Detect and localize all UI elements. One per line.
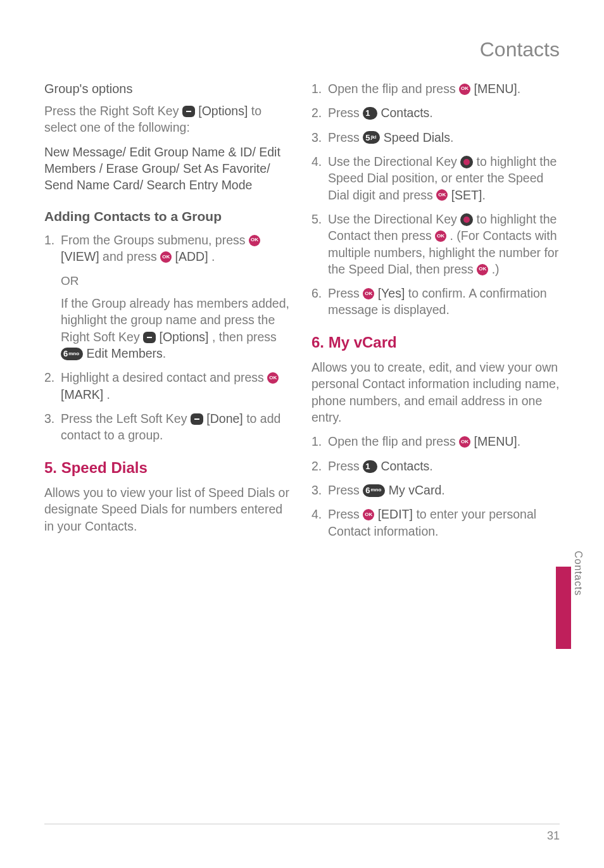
page-footer: 31 <box>44 824 560 843</box>
ok-key-icon <box>459 436 470 448</box>
step-body: Press 6mno My vCard. <box>328 482 560 498</box>
key-6-icon: 6mno <box>61 348 83 360</box>
my-vcard-heading: 6. My vCard <box>311 332 560 353</box>
text: Edit Members <box>87 346 163 360</box>
text: . <box>429 106 432 120</box>
step-body: Press [Yes] to confirm. A confirmation m… <box>328 285 560 318</box>
edit-label: [EDIT] <box>378 507 413 521</box>
step-1: 1. From the Groups submenu, press [VIEW]… <box>44 232 293 265</box>
step-number: 2. <box>44 369 61 403</box>
step-body: Press the Left Soft Key [Done] to add co… <box>61 410 293 444</box>
step-number: 4. <box>311 153 328 203</box>
text: Press <box>328 459 363 473</box>
group-options-heading: Group's options <box>44 80 293 97</box>
key-digit: 6 <box>365 485 370 496</box>
step-body: Open the flip and press [MENU]. <box>328 433 560 450</box>
step-number: 2. <box>311 458 328 474</box>
side-tab-label: Contacts <box>572 551 584 596</box>
step-6: 6. Press [Yes] to confirm. A confirmatio… <box>311 285 560 318</box>
key-1-icon: 1 <box>363 460 377 473</box>
ok-key-icon <box>363 288 374 299</box>
adding-steps: 1. From the Groups submenu, press [VIEW]… <box>44 232 293 265</box>
text: Press <box>328 286 363 300</box>
key-1-icon: 1 <box>363 107 377 120</box>
step-number: 4. <box>311 506 328 539</box>
text: Contacts <box>381 106 429 120</box>
adding-contacts-heading: Adding Contacts to a Group <box>44 208 293 225</box>
step-3: 3. Press 6mno My vCard. <box>311 482 560 498</box>
text: Press <box>328 130 363 144</box>
step-number: 5. <box>311 211 328 277</box>
ok-key-icon <box>477 264 488 275</box>
text: Use the Directional Key <box>328 212 460 226</box>
text: Open the flip and press <box>328 82 459 96</box>
key-digit: 1 <box>365 108 370 119</box>
text: and press <box>103 249 160 263</box>
step-body: Use the Directional Key to highlight the… <box>328 153 560 203</box>
text: My vCard <box>389 483 441 497</box>
step-2: 2. Highlight a desired contact and press… <box>44 369 293 403</box>
group-options-list: New Message/ Edit Group Name & ID/ Edit … <box>44 144 293 194</box>
ok-key-icon <box>435 230 446 242</box>
ok-key-icon <box>459 84 470 95</box>
side-tab-marker <box>556 567 571 649</box>
menu-label: [MENU] <box>474 434 517 448</box>
speed-dials-intro: Allows you to view your list of Speed Di… <box>44 484 293 534</box>
text: . <box>211 249 215 263</box>
or-label: OR <box>61 273 293 289</box>
group-options-intro: Press the Right Soft Key [Options] to se… <box>44 103 293 136</box>
yes-label: [Yes] <box>378 286 405 300</box>
step-body: Press 1 Contacts. <box>328 458 560 474</box>
text: From the Groups submenu, press <box>61 233 249 247</box>
step-3: 3. Press the Left Soft Key [Done] to add… <box>44 410 293 444</box>
key-5-icon: 5jkl <box>363 131 380 144</box>
mark-label: [MARK] <box>61 387 103 401</box>
options-label: [Options] <box>198 104 248 118</box>
step-number: 3. <box>311 129 328 146</box>
speed-dials-heading: 5. Speed Dials <box>44 458 293 478</box>
text: Press <box>328 106 363 120</box>
key-6-icon: 6mno <box>363 484 385 497</box>
text: Use the Directional Key <box>328 154 460 168</box>
left-soft-key-icon <box>191 413 203 425</box>
text: Press <box>328 483 363 497</box>
content-columns: Group's options Press the Right Soft Key… <box>44 80 560 547</box>
set-label: [SET] <box>451 188 482 202</box>
text: Press the Right Soft Key <box>44 104 182 118</box>
key-digit: 5 <box>365 132 370 144</box>
speed-dials-steps: 1. Open the flip and press [MENU]. 2. Pr… <box>311 80 560 318</box>
key-digit: 6 <box>63 348 68 360</box>
options-label: [Options] <box>160 330 209 344</box>
menu-label: [MENU] <box>474 82 517 96</box>
or-paragraph: If the Group already has members added, … <box>61 295 293 362</box>
step-1: 1. Open the flip and press [MENU]. <box>311 80 560 97</box>
step-body: Open the flip and press [MENU]. <box>328 80 560 97</box>
text: . <box>163 346 166 360</box>
text: Press <box>328 507 363 521</box>
step-body: Press [EDIT] to enter your personal Cont… <box>328 506 560 539</box>
step-number: 1. <box>44 232 61 265</box>
edit-members-label: Edit Members <box>87 346 163 360</box>
text: Speed Dials <box>384 130 450 144</box>
contacts-label: Contacts <box>381 106 429 120</box>
done-label: [Done] <box>206 412 242 425</box>
text: , then press <box>212 330 277 344</box>
key-letters: mno <box>371 487 382 494</box>
ok-key-icon <box>436 189 448 201</box>
ok-key-icon <box>267 372 279 384</box>
key-letters <box>371 110 374 117</box>
step-number: 1. <box>311 80 328 97</box>
step-body: Press 1 Contacts. <box>328 104 560 121</box>
text: . <box>450 130 453 144</box>
contacts-label: Contacts <box>381 459 429 473</box>
text: . <box>517 434 520 448</box>
ok-key-icon <box>249 235 260 246</box>
text: .) <box>492 262 500 276</box>
text: . <box>482 188 485 202</box>
step-1: 1. Open the flip and press [MENU]. <box>311 433 560 450</box>
key-letters: jkl <box>371 134 377 141</box>
my-vcard-label: My vCard <box>389 483 441 497</box>
key-digit: 1 <box>365 461 370 472</box>
step-body: Highlight a desired contact and press [M… <box>61 369 293 403</box>
directional-key-icon <box>460 213 473 226</box>
